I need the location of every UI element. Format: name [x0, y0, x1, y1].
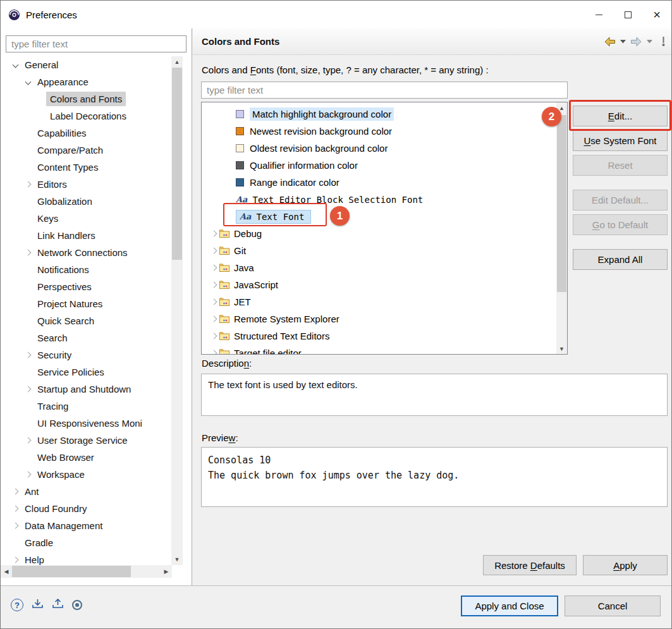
sidebar-item-ui-responsiveness-moni[interactable]: UI Responsiveness Moni [1, 415, 171, 432]
chevron-right-icon[interactable] [9, 503, 21, 515]
help-icon[interactable]: ? [11, 599, 23, 611]
cancel-button[interactable]: Cancel [565, 595, 661, 616]
sidebar-item-keys[interactable]: Keys [1, 210, 171, 227]
scroll-right-icon[interactable]: ▶ [161, 565, 172, 578]
list-item-java[interactable]: Java [202, 259, 567, 276]
chevron-down-icon[interactable] [9, 59, 21, 71]
import-preferences-icon[interactable] [52, 599, 64, 611]
sidebar-vertical-scrollbar[interactable]: ▲ ▼ [171, 56, 183, 565]
title-bar[interactable]: Preferences × [1, 1, 671, 28]
expand-all-button[interactable]: Expand All [573, 249, 668, 270]
sidebar-item-editors[interactable]: Editors [1, 176, 171, 193]
minimize-button[interactable] [584, 1, 613, 28]
forward-history-dropdown-icon[interactable] [645, 39, 654, 45]
scroll-up-icon[interactable]: ▲ [171, 56, 183, 68]
chevron-right-icon[interactable] [208, 348, 219, 355]
sidebar-item-quick-search[interactable]: Quick Search [1, 312, 171, 329]
sidebar-item-cloud-foundry[interactable]: Cloud Foundry [1, 500, 171, 517]
scroll-down-icon[interactable]: ▼ [556, 343, 567, 354]
list-item-target-file-editor[interactable]: Target file editor [202, 345, 567, 355]
chevron-right-icon[interactable] [22, 179, 34, 190]
edit-button[interactable]: Edit... [573, 106, 668, 126]
list-item-range-indicator-color[interactable]: Range indicator color [202, 174, 567, 191]
scroll-up-icon[interactable]: ▲ [556, 102, 567, 113]
sidebar-item-general[interactable]: General [1, 56, 171, 73]
colors-fonts-filter-input[interactable] [201, 82, 568, 99]
sidebar-item-ant[interactable]: Ant [1, 483, 171, 500]
list-item-jet[interactable]: JET [202, 293, 567, 310]
sidebar-item-notifications[interactable]: Notifications [1, 261, 171, 278]
chevron-right-icon[interactable] [22, 384, 34, 395]
use-system-font-button[interactable]: Use System Font [573, 130, 668, 151]
sidebar-item-link-handlers[interactable]: Link Handlers [1, 227, 171, 244]
pin-page-icon[interactable] [659, 35, 668, 48]
list-item-debug[interactable]: Debug [202, 225, 567, 242]
sidebar-item-perspectives[interactable]: Perspectives [1, 278, 171, 295]
sidebar-item-startup-and-shutdown[interactable]: Startup and Shutdown [1, 381, 171, 398]
sidebar-item-network-connections[interactable]: Network Connections [1, 244, 171, 261]
sidebar-item-capabilities[interactable]: Capabilities [1, 125, 171, 142]
list-item-text-font[interactable]: AaText Font [202, 208, 567, 225]
sidebar-item-workspace[interactable]: Workspace [1, 466, 171, 483]
scrollbar-thumb[interactable] [12, 566, 131, 577]
back-arrow-icon[interactable] [602, 35, 617, 48]
go-to-default-button[interactable]: Go to Default [573, 214, 668, 235]
maximize-button[interactable] [613, 1, 642, 28]
sidebar-item-user-storage-service[interactable]: User Storage Service [1, 432, 171, 449]
scrollbar-thumb[interactable] [172, 68, 182, 260]
edit-default-button[interactable]: Edit Default... [573, 190, 668, 211]
sidebar-item-security[interactable]: Security [1, 346, 171, 363]
sidebar-item-tracing[interactable]: Tracing [1, 398, 171, 415]
sidebar-item-label-decorations[interactable]: Label Decorations [1, 107, 171, 125]
list-item-match-highlight-background-color[interactable]: Match highlight background color [202, 106, 567, 123]
forward-arrow-icon[interactable] [629, 35, 644, 48]
scroll-left-icon[interactable]: ◀ [1, 565, 12, 578]
list-item-newest-revision-background-color[interactable]: Newest revision background color [202, 123, 567, 140]
back-history-dropdown-icon[interactable] [619, 39, 627, 45]
sidebar-item-compare-patch[interactable]: Compare/Patch [1, 142, 171, 159]
chevron-right-icon[interactable] [208, 245, 219, 257]
chevron-right-icon[interactable] [22, 350, 34, 361]
chevron-right-icon[interactable] [208, 228, 219, 240]
sidebar-item-project-natures[interactable]: Project Natures [1, 295, 171, 312]
list-item-structured-text-editors[interactable]: Structured Text Editors [202, 327, 567, 345]
sidebar-filter-input[interactable] [6, 35, 186, 52]
sidebar-item-colors-and-fonts[interactable]: Colors and Fonts [1, 90, 171, 107]
close-button[interactable]: × [642, 1, 671, 28]
chevron-right-icon[interactable] [22, 435, 34, 446]
recorder-icon[interactable] [72, 600, 82, 610]
list-vertical-scrollbar[interactable]: ▲ ▼ [556, 102, 567, 354]
list-item-git[interactable]: Git [202, 242, 567, 259]
sidebar-item-content-types[interactable]: Content Types [1, 159, 171, 176]
sidebar-item-data-management[interactable]: Data Management [1, 517, 171, 534]
apply-button[interactable]: Apply [583, 555, 668, 575]
sidebar-item-web-browser[interactable]: Web Browser [1, 449, 171, 466]
list-item-remote-system-explorer[interactable]: Remote System Explorer [202, 310, 567, 327]
scrollbar-thumb[interactable] [557, 115, 566, 292]
chevron-right-icon[interactable] [208, 296, 219, 308]
sidebar-item-help[interactable]: Help [1, 551, 171, 565]
list-item-qualifier-information-color[interactable]: Qualifier information color [202, 157, 567, 174]
chevron-right-icon[interactable] [9, 554, 21, 566]
chevron-right-icon[interactable] [208, 262, 219, 274]
chevron-down-icon[interactable] [22, 76, 34, 88]
chevron-right-icon[interactable] [208, 279, 219, 291]
chevron-right-icon[interactable] [9, 520, 21, 532]
list-item-javascript[interactable]: JavaScript [202, 276, 567, 293]
chevron-right-icon[interactable] [22, 247, 34, 259]
sidebar-item-service-policies[interactable]: Service Policies [1, 363, 171, 381]
export-preferences-icon[interactable] [32, 599, 44, 611]
sidebar-item-globalization[interactable]: Globalization [1, 193, 171, 210]
sidebar-horizontal-scrollbar[interactable]: ◀ ▶ [1, 565, 172, 578]
chevron-right-icon[interactable] [9, 486, 21, 498]
list-item-text-editor-block-selection-font[interactable]: AaText Editor Block Selection Font [202, 191, 567, 208]
apply-and-close-button[interactable]: Apply and Close [461, 595, 558, 616]
list-item-oldest-revision-background-color[interactable]: Oldest revision background color [202, 140, 567, 157]
sidebar-item-search[interactable]: Search [1, 329, 171, 346]
chevron-right-icon[interactable] [22, 469, 34, 480]
sidebar-item-gradle[interactable]: Gradle [1, 534, 171, 551]
restore-defaults-button[interactable]: Restore Defaults [483, 555, 577, 575]
scroll-down-icon[interactable]: ▼ [171, 554, 183, 565]
reset-button[interactable]: Reset [573, 155, 668, 176]
sidebar-item-appearance[interactable]: Appearance [1, 73, 171, 90]
